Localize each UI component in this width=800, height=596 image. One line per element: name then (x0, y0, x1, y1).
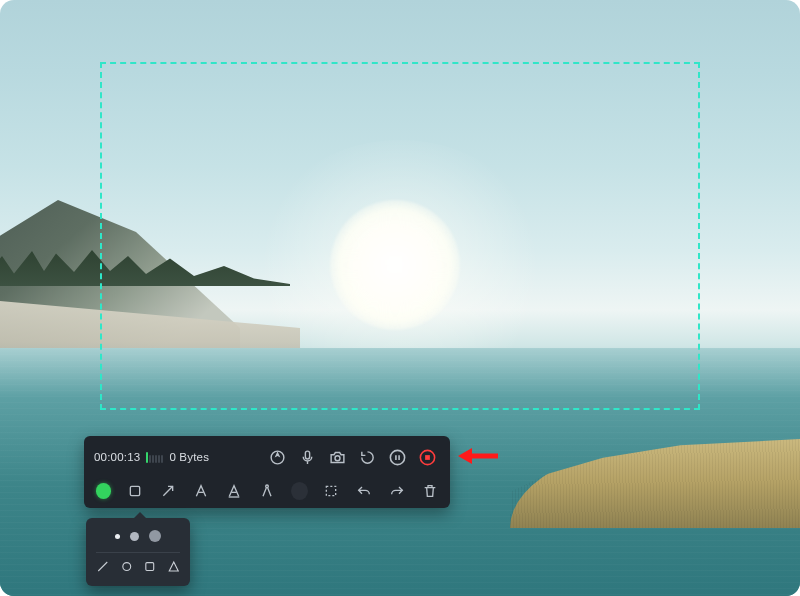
recorder-toolbar: 00:00:13 0 Bytes (84, 436, 450, 508)
highlighter-tool-button[interactable] (224, 481, 243, 501)
brush-color-button[interactable] (291, 482, 308, 500)
svg-rect-8 (130, 486, 139, 495)
compass-icon (259, 483, 275, 499)
delete-button[interactable] (421, 481, 440, 501)
rectangle-tool-button[interactable] (125, 481, 144, 501)
stroke-size-large-button[interactable] (149, 530, 161, 542)
svg-rect-11 (327, 486, 336, 495)
svg-rect-13 (146, 563, 154, 571)
line-shape-button[interactable] (96, 559, 110, 574)
restart-icon (359, 449, 376, 466)
stop-icon (418, 448, 437, 467)
redo-button[interactable] (388, 481, 407, 501)
square-shape-button[interactable] (143, 559, 157, 574)
svg-rect-7 (425, 455, 430, 460)
svg-rect-1 (305, 451, 309, 459)
microphone-button[interactable] (294, 444, 320, 470)
capture-region[interactable] (100, 62, 700, 410)
shape-options (96, 559, 180, 574)
recorder-status: 00:00:13 0 Bytes (94, 451, 209, 463)
target-icon (269, 449, 286, 466)
callout-arrow-icon (458, 446, 498, 466)
svg-point-10 (266, 485, 269, 488)
screenshot-canvas: 00:00:13 0 Bytes (0, 0, 800, 596)
redo-icon (389, 483, 405, 499)
stroke-options-popover (86, 518, 190, 586)
text-tool-button[interactable] (191, 481, 210, 501)
stop-button[interactable] (414, 444, 440, 470)
text-icon (193, 483, 209, 499)
circle-shape-button[interactable] (120, 559, 134, 574)
undo-icon (356, 483, 372, 499)
stroke-size-options (96, 526, 180, 546)
cursor-highlight-button[interactable] (264, 444, 290, 470)
audio-level-meter-icon (146, 451, 163, 463)
marquee-icon (323, 483, 339, 499)
stroke-size-medium-button[interactable] (130, 532, 139, 541)
pause-button[interactable] (384, 444, 410, 470)
timer-text: 00:00:13 (94, 451, 140, 463)
trash-icon (422, 483, 438, 499)
marquee-tool-button[interactable] (322, 481, 341, 501)
svg-point-3 (390, 450, 404, 464)
undo-button[interactable] (355, 481, 374, 501)
microphone-icon (299, 449, 316, 466)
svg-point-2 (335, 455, 340, 460)
highlighter-icon (226, 483, 242, 499)
stroke-size-small-button[interactable] (115, 534, 120, 539)
file-size-text: 0 Bytes (169, 451, 209, 463)
compass-tool-button[interactable] (258, 481, 277, 501)
rectangle-icon (127, 483, 143, 499)
svg-point-12 (122, 563, 130, 571)
arrow-icon (160, 483, 176, 499)
camera-icon (329, 449, 346, 466)
divider (96, 552, 180, 553)
color-picker-button[interactable] (96, 483, 111, 499)
arrow-tool-button[interactable] (158, 481, 177, 501)
pause-icon (388, 448, 407, 467)
restart-button[interactable] (354, 444, 380, 470)
snapshot-button[interactable] (324, 444, 350, 470)
triangle-shape-button[interactable] (167, 559, 181, 574)
